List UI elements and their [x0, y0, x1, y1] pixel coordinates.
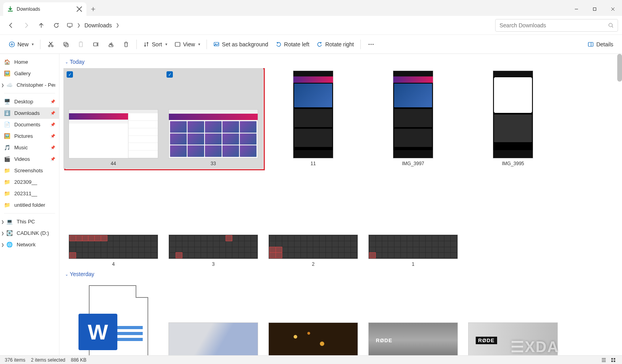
- minimize-button[interactable]: [567, 2, 586, 16]
- back-button[interactable]: [4, 18, 18, 32]
- close-tab-button[interactable]: [76, 6, 82, 12]
- drive-icon: 💽: [6, 230, 13, 236]
- pin-icon: 📌: [50, 145, 55, 150]
- status-selection-size: 886 KB: [71, 357, 86, 363]
- sidebar-item-thispc[interactable]: ❯💻This PC: [0, 216, 59, 227]
- expand-icon[interactable]: ❯: [1, 83, 5, 87]
- maximize-button[interactable]: [586, 2, 604, 16]
- file-item[interactable]: 1: [363, 169, 463, 269]
- svg-rect-7: [65, 44, 68, 47]
- file-name: 4: [112, 261, 115, 268]
- pc-icon: [67, 22, 73, 29]
- status-bar: 376 items 2 items selected 886 KB: [0, 355, 622, 364]
- file-item[interactable]: IMG_3997: [363, 68, 463, 169]
- details-pane-button[interactable]: Details: [584, 38, 616, 51]
- file-thumbnail: [268, 322, 358, 355]
- file-item[interactable]: 3: [163, 169, 263, 269]
- svg-point-15: [369, 44, 369, 44]
- file-item[interactable]: ✓ 33: [163, 68, 263, 169]
- rename-button[interactable]: [89, 38, 103, 51]
- sidebar-item-videos[interactable]: 🎬Videos📌: [0, 153, 59, 165]
- sidebar-item-network[interactable]: ❯🌐Network: [0, 239, 59, 250]
- rotate-left-button[interactable]: Rotate left: [272, 38, 313, 51]
- thumbnails-view-button[interactable]: [609, 356, 617, 364]
- expand-icon[interactable]: ❯: [1, 220, 5, 224]
- file-item[interactable]: 4: [63, 169, 163, 269]
- word-icon: W: [78, 314, 117, 350]
- set-background-button[interactable]: Set as background: [210, 38, 272, 51]
- sidebar-item-screenshots[interactable]: 📁Screenshots: [0, 165, 59, 176]
- new-tab-button[interactable]: [86, 2, 100, 16]
- cloud-icon: ☁️: [6, 82, 13, 88]
- delete-button[interactable]: [119, 38, 133, 51]
- folder-icon: 📁: [4, 179, 10, 185]
- sort-button[interactable]: Sort▾: [140, 38, 170, 51]
- new-button[interactable]: New ▾: [6, 38, 37, 51]
- svg-rect-1: [67, 23, 72, 27]
- svg-rect-12: [175, 42, 180, 46]
- breadcrumb-current[interactable]: Downloads: [84, 22, 112, 29]
- details-view-button[interactable]: [600, 356, 608, 364]
- folder-icon: 📁: [4, 168, 10, 174]
- tab-title: Downloads: [17, 6, 73, 12]
- file-item[interactable]: W: [63, 280, 163, 355]
- svg-rect-8: [79, 42, 82, 47]
- sidebar-item-desktop[interactable]: 🖥️Desktop📌: [0, 96, 59, 107]
- file-thumbnail: [493, 71, 533, 158]
- file-name: 2: [312, 261, 315, 268]
- more-button[interactable]: [364, 38, 378, 51]
- group-header-today[interactable]: ⌄Today: [63, 57, 618, 68]
- forward-button[interactable]: [19, 18, 33, 32]
- command-bar: New ▾ Sort▾ View▾ Set as background Rota…: [0, 35, 622, 54]
- active-tab[interactable]: Downloads: [3, 2, 86, 16]
- sidebar-item-documents[interactable]: 📄Documents📌: [0, 119, 59, 130]
- svg-point-5: [52, 45, 53, 47]
- folder-icon: 📁: [4, 191, 10, 197]
- file-item[interactable]: ✓ 44: [63, 68, 163, 169]
- file-item[interactable]: [263, 280, 363, 355]
- file-thumbnail: [69, 234, 158, 259]
- chevron-down-icon: ⌄: [65, 60, 68, 64]
- sidebar-item-folder[interactable]: 📁202311__: [0, 188, 59, 199]
- expand-icon[interactable]: ❯: [1, 243, 5, 247]
- refresh-button[interactable]: [49, 18, 63, 32]
- expand-icon[interactable]: ❯: [1, 231, 5, 235]
- desktop-icon: 🖥️: [4, 99, 10, 105]
- search-box[interactable]: [495, 19, 618, 32]
- breadcrumb[interactable]: ❯ Downloads ❯: [64, 22, 494, 29]
- cut-button[interactable]: [44, 38, 58, 51]
- title-bar: Downloads: [0, 0, 622, 16]
- network-icon: 🌐: [6, 242, 13, 248]
- sidebar-item-folder[interactable]: 📁202309__: [0, 176, 59, 188]
- paste-button[interactable]: [74, 38, 88, 51]
- sidebar-item-pictures[interactable]: 🖼️Pictures📌: [0, 130, 59, 142]
- sidebar-item-home[interactable]: 🏠Home: [0, 56, 59, 68]
- sidebar-item-downloads[interactable]: ⬇️Downloads📌: [0, 107, 59, 119]
- search-input[interactable]: [500, 22, 608, 29]
- share-button[interactable]: [104, 38, 118, 51]
- file-item[interactable]: 11: [263, 68, 363, 169]
- file-item[interactable]: RØDE ☰XDA: [463, 280, 563, 355]
- close-window-button[interactable]: [604, 2, 622, 16]
- file-list[interactable]: ⌄Today ✓ 44 ✓ 33: [59, 54, 622, 355]
- file-item[interactable]: 2: [263, 169, 363, 269]
- file-thumbnail: W: [78, 285, 148, 355]
- svg-point-4: [48, 45, 50, 47]
- file-item[interactable]: [163, 280, 263, 355]
- group-header-yesterday[interactable]: ⌄Yesterday: [63, 269, 618, 280]
- sidebar-item-drive[interactable]: ❯💽CADLINK (D:): [0, 227, 59, 239]
- file-item[interactable]: RØDE: [363, 280, 463, 355]
- file-item[interactable]: IMG_3995: [463, 68, 563, 169]
- svg-rect-18: [588, 42, 593, 46]
- home-icon: 🏠: [4, 59, 10, 65]
- pc-icon: 💻: [6, 219, 13, 225]
- sidebar-item-gallery[interactable]: 🖼️Gallery: [0, 68, 59, 79]
- up-button[interactable]: [34, 18, 48, 32]
- sidebar-item-folder[interactable]: 📁untitled folder: [0, 199, 59, 211]
- sidebar-item-music[interactable]: 🎵Music📌: [0, 142, 59, 153]
- copy-button[interactable]: [59, 38, 73, 51]
- file-thumbnail: [168, 234, 258, 259]
- view-button[interactable]: View▾: [171, 38, 203, 51]
- rotate-right-button[interactable]: Rotate right: [313, 38, 357, 51]
- sidebar-item-onedrive[interactable]: ❯☁️Christopher - Perso: [0, 79, 59, 91]
